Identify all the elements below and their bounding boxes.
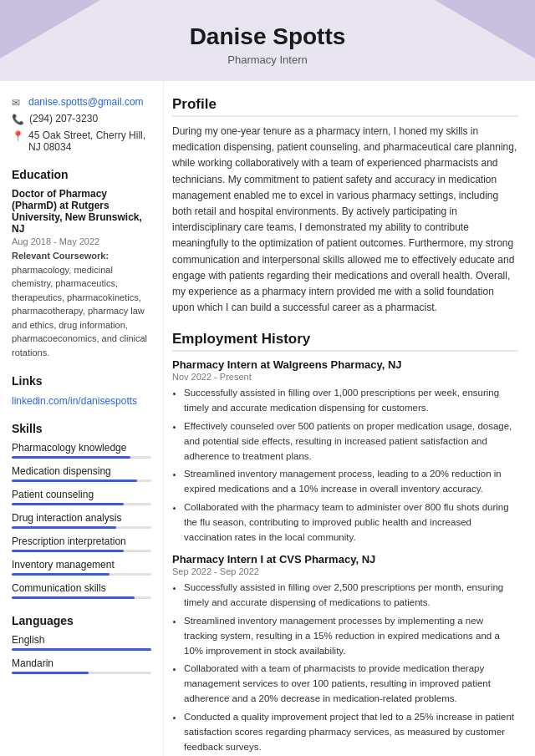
- skill-item: Communication skills: [12, 582, 151, 599]
- languages-list: English Mandarin: [12, 634, 151, 674]
- skill-label: Medication dispensing: [12, 465, 151, 477]
- skill-bar-fill: [12, 456, 130, 459]
- skill-label: Communication skills: [12, 582, 151, 594]
- edu-coursework: Relevant Coursework: pharmacology, medic…: [12, 249, 151, 359]
- candidate-name: Danise Spotts: [17, 23, 518, 50]
- bullet-item: Streamlined inventory management process…: [184, 614, 518, 658]
- phone-item: 📞 (294) 207-3230: [12, 113, 151, 125]
- employment-title: Employment History: [172, 331, 518, 352]
- email-item: ✉ danise.spotts@gmail.com: [12, 96, 151, 109]
- links-section: Links linkedin.com/in/danisespotts: [12, 374, 151, 407]
- skill-bar-fill: [12, 573, 110, 576]
- skill-item: Pharmacology knowledge: [12, 442, 151, 459]
- edu-dates: Aug 2018 - May 2022: [12, 236, 151, 246]
- coursework-text: pharmacology, medicinal chemistry, pharm…: [12, 265, 147, 358]
- skill-bar-bg: [12, 503, 151, 505]
- skill-item: Prescription interpretation: [12, 535, 151, 552]
- phone-icon: 📞: [12, 114, 24, 125]
- edu-degree: Doctor of Pharmacy (PharmD) at Rutgers U…: [12, 188, 151, 235]
- job-entry: Pharmacy Intern I at CVS Pharmacy, NJ Se…: [172, 553, 518, 754]
- address-value: 45 Oak Street, Cherry Hill, NJ 08034: [28, 129, 151, 153]
- right-content: Profile During my one-year tenure as a p…: [163, 81, 535, 756]
- employment-section: Employment History Pharmacy Intern at Wa…: [172, 331, 518, 754]
- skills-list: Pharmacology knowledge Medication dispen…: [12, 442, 151, 599]
- employment-list: Pharmacy Intern at Walgreens Pharmacy, N…: [172, 358, 518, 754]
- skill-label: Drug interaction analysis: [12, 512, 151, 524]
- skill-bar-bg: [12, 550, 151, 552]
- education-title: Education: [12, 168, 151, 181]
- skill-bar-bg: [12, 596, 151, 599]
- skill-item: Patient counseling: [12, 489, 151, 505]
- candidate-title: Pharmacy Intern: [17, 53, 518, 66]
- email-link[interactable]: danise.spotts@gmail.com: [28, 96, 144, 108]
- profile-title: Profile: [172, 96, 518, 117]
- main-layout: ✉ danise.spotts@gmail.com 📞 (294) 207-32…: [0, 81, 535, 756]
- skills-section: Skills Pharmacology knowledge Medication…: [12, 422, 151, 599]
- skill-bar-bg: [12, 456, 151, 459]
- job-bullets: Successfully assisted in filling over 1,…: [172, 386, 518, 545]
- job-title: Pharmacy Intern at Walgreens Pharmacy, N…: [172, 358, 518, 371]
- bullet-item: Collaborated with a team of pharmacists …: [184, 662, 518, 706]
- language-bar-fill: [12, 648, 151, 651]
- bullet-item: Conducted a quality improvement project …: [184, 710, 518, 754]
- skill-bar-bg: [12, 573, 151, 576]
- skills-title: Skills: [12, 422, 151, 435]
- job-dates: Sep 2022 - Sep 2022: [172, 566, 518, 576]
- address-item: 📍 45 Oak Street, Cherry Hill, NJ 08034: [12, 129, 151, 153]
- coursework-label: Relevant Coursework:: [12, 251, 109, 261]
- education-section: Education Doctor of Pharmacy (PharmD) at…: [12, 168, 151, 359]
- languages-section: Languages English Mandarin: [12, 614, 151, 674]
- skill-label: Patient counseling: [12, 489, 151, 500]
- languages-title: Languages: [12, 614, 151, 627]
- job-entry: Pharmacy Intern at Walgreens Pharmacy, N…: [172, 358, 518, 545]
- language-bar-bg: [12, 672, 151, 674]
- bullet-item: Successfully assisted in filling over 1,…: [184, 386, 518, 416]
- skill-item: Inventory management: [12, 559, 151, 576]
- skill-bar-fill: [12, 526, 116, 529]
- bullet-item: Streamlined inventory management process…: [184, 467, 518, 497]
- language-bar-bg: [12, 648, 151, 651]
- contact-section: ✉ danise.spotts@gmail.com 📞 (294) 207-32…: [12, 96, 151, 153]
- language-bar-fill: [12, 672, 89, 674]
- location-icon: 📍: [12, 130, 23, 142]
- skill-bar-bg: [12, 479, 151, 482]
- bullet-item: Successfully assisted in filling over 2,…: [184, 581, 518, 611]
- skill-label: Prescription interpretation: [12, 535, 151, 547]
- job-title: Pharmacy Intern I at CVS Pharmacy, NJ: [172, 553, 518, 566]
- skill-label: Pharmacology knowledge: [12, 442, 151, 454]
- language-label: Mandarin: [12, 657, 151, 669]
- skill-bar-fill: [12, 596, 135, 599]
- language-label: English: [12, 634, 151, 646]
- skill-item: Drug interaction analysis: [12, 512, 151, 529]
- email-icon: ✉: [12, 97, 23, 109]
- language-item: English: [12, 634, 151, 651]
- bullet-item: Collaborated with the pharmacy team to a…: [184, 500, 518, 545]
- profile-section: Profile During my one-year tenure as a p…: [172, 96, 518, 316]
- sidebar: ✉ danise.spotts@gmail.com 📞 (294) 207-32…: [0, 81, 163, 704]
- linkedin-link[interactable]: linkedin.com/in/danisespotts: [12, 395, 137, 407]
- skill-label: Inventory management: [12, 559, 151, 571]
- skill-bar-fill: [12, 503, 124, 505]
- language-item: Mandarin: [12, 657, 151, 674]
- job-dates: Nov 2022 - Present: [172, 372, 518, 382]
- phone-value: (294) 207-3230: [29, 113, 98, 124]
- job-bullets: Successfully assisted in filling over 2,…: [172, 581, 518, 754]
- profile-text: During my one-year tenure as a pharmacy …: [172, 124, 518, 316]
- skill-bar-fill: [12, 479, 137, 482]
- links-title: Links: [12, 374, 151, 388]
- resume-header: Danise Spotts Pharmacy Intern: [0, 0, 535, 81]
- bullet-item: Effectively counseled over 500 patients …: [184, 419, 518, 464]
- skill-bar-fill: [12, 550, 124, 552]
- skill-bar-bg: [12, 526, 151, 529]
- skill-item: Medication dispensing: [12, 465, 151, 482]
